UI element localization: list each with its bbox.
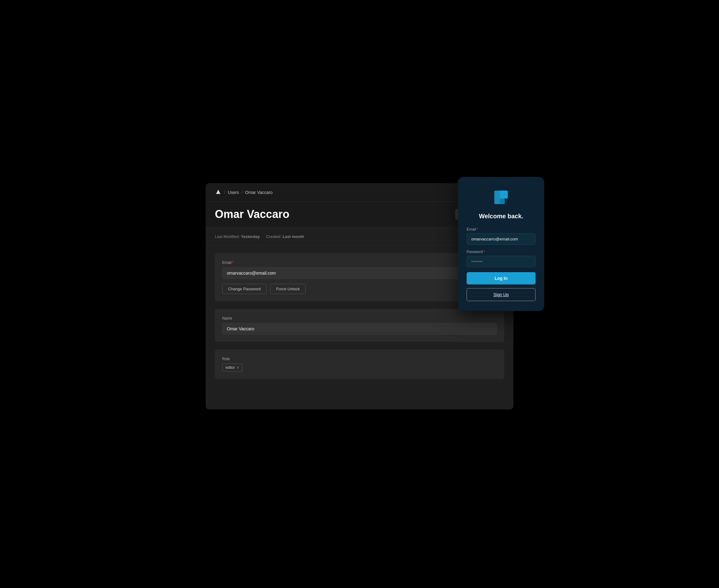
breadcrumb-sep-2: / xyxy=(241,190,242,195)
svg-rect-3 xyxy=(500,191,508,198)
role-tag-remove-icon[interactable]: × xyxy=(237,365,239,370)
signup-button[interactable]: Sign Up xyxy=(467,288,535,301)
change-password-button[interactable]: Change Password xyxy=(222,284,267,294)
created-value: Last month xyxy=(282,234,304,239)
role-tag-label: editor xyxy=(226,365,235,370)
modal-password-label: Password* xyxy=(467,250,535,254)
email-field-label: Email* xyxy=(222,260,497,265)
role-section: Role editor × xyxy=(215,350,504,379)
force-unlock-button[interactable]: Force Unlock xyxy=(270,284,305,294)
login-button[interactable]: Log In xyxy=(467,272,535,285)
page-title: Omar Vaccaro xyxy=(215,208,289,221)
modal-email-label: Email* xyxy=(467,227,535,231)
logo-icon xyxy=(215,188,221,196)
svg-rect-4 xyxy=(500,198,505,204)
name-section: Name xyxy=(215,309,504,342)
breadcrumb-sep-1: / xyxy=(224,190,225,195)
role-field-label: Role xyxy=(222,357,497,361)
login-modal: Welcome back. Email* Password* Log In Si… xyxy=(458,177,544,311)
modal-title: Welcome back. xyxy=(467,213,535,220)
modal-email-input[interactable] xyxy=(467,233,535,245)
breadcrumb-users-link[interactable]: Users xyxy=(228,190,239,195)
meta-info: Last Modified: Yesterday Created: Last m… xyxy=(215,234,304,239)
modal-password-input[interactable] xyxy=(467,256,535,267)
password-actions: Change Password Force Unlock xyxy=(222,284,497,294)
breadcrumb: / Users / Omar Vaccaro xyxy=(215,188,273,196)
name-field-label: Name xyxy=(222,316,497,320)
role-tags-container: editor × xyxy=(222,363,497,372)
breadcrumb-current: Omar Vaccaro xyxy=(245,190,272,195)
main-window: / Users / Omar Vaccaro Omar Vaccaro Edit… xyxy=(206,183,513,405)
created-label: Created: xyxy=(266,234,282,239)
name-input[interactable] xyxy=(222,323,497,335)
last-modified-label: Last Modified: xyxy=(215,234,241,239)
last-modified-value: Yesterday xyxy=(241,234,260,239)
modal-logo xyxy=(467,188,535,207)
email-input[interactable] xyxy=(222,267,497,279)
role-tag-editor[interactable]: editor × xyxy=(222,363,242,372)
